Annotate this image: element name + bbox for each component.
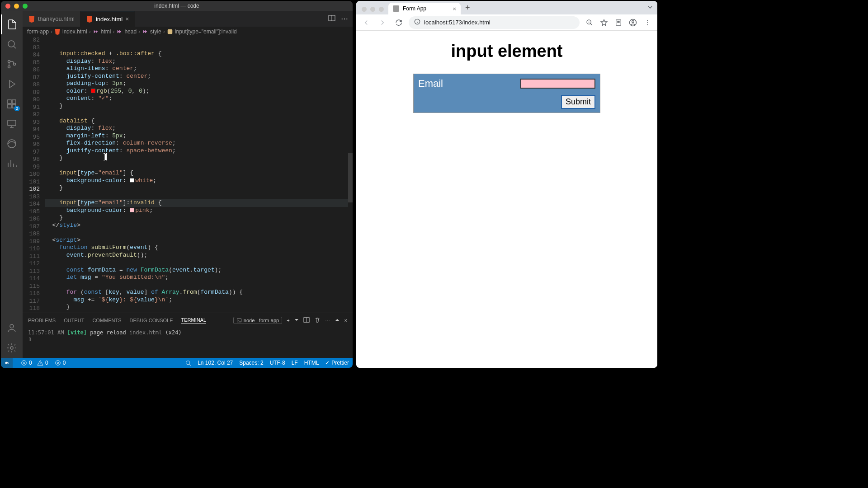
code-content[interactable]: input:checked + .box::after { display: f…: [45, 37, 353, 313]
menu-icon[interactable]: [641, 16, 654, 29]
more-terminal-icon[interactable]: ⋯: [325, 318, 330, 324]
breadcrumbs[interactable]: form-app› index.html› html› head› style›…: [23, 27, 353, 37]
settings-gear-icon[interactable]: [1, 338, 23, 358]
tab-index[interactable]: index.html ×: [80, 11, 135, 27]
new-tab-button[interactable]: +: [461, 3, 475, 13]
terminal-tag: [vite]: [67, 329, 87, 336]
forward-button[interactable]: [376, 16, 389, 29]
panel-tab-terminal[interactable]: TERMINAL: [181, 317, 207, 324]
split-terminal-icon[interactable]: [303, 317, 310, 324]
vscode-window: index.html — code 2 thanky: [1, 1, 353, 368]
new-terminal-icon[interactable]: +: [287, 318, 289, 323]
url-text: localhost:5173/index.html: [424, 19, 491, 26]
minimap[interactable]: [348, 37, 353, 313]
browser-tab[interactable]: Form App ×: [388, 3, 461, 14]
svg-point-9: [8, 140, 16, 148]
terminal-output[interactable]: 11:57:01 AM [vite] page reload index.htm…: [23, 328, 353, 358]
svg-point-11: [10, 347, 13, 349]
more-actions-icon[interactable]: ⋯: [341, 14, 348, 23]
reading-list-icon[interactable]: [612, 16, 625, 29]
cursor-position[interactable]: Ln 102, Col 27: [198, 360, 233, 366]
back-button[interactable]: [360, 16, 373, 29]
svg-point-18: [55, 361, 60, 366]
terminal-task[interactable]: node - form-app: [233, 317, 282, 324]
symbol-icon: [116, 28, 123, 35]
email-label: Email: [418, 78, 443, 89]
remote-button[interactable]: [1, 358, 13, 368]
close-window-button[interactable]: [5, 4, 10, 9]
close-tab-icon[interactable]: ×: [125, 15, 129, 23]
svg-point-0: [8, 41, 14, 47]
tab-thankyou[interactable]: thankyou.html: [23, 11, 80, 27]
split-editor-icon[interactable]: [328, 14, 335, 23]
panel-tab-output[interactable]: OUTPUT: [64, 318, 84, 323]
window-title: index.html — code: [154, 3, 199, 9]
tab-label: index.html: [96, 16, 123, 23]
prettier-status[interactable]: ✓ Prettier: [325, 360, 349, 366]
close-window-button[interactable]: [362, 7, 367, 12]
remote-explorer-icon[interactable]: [1, 114, 23, 134]
code-editor[interactable]: 8283848586878889909192939495969798991001…: [23, 37, 353, 313]
tab-dropdown-icon[interactable]: [643, 4, 657, 14]
minimize-window-button[interactable]: [14, 4, 19, 9]
breadcrumb-item[interactable]: head: [124, 28, 137, 35]
symbol-icon: [93, 28, 99, 35]
svg-point-26: [647, 20, 648, 21]
panel-tab-comments[interactable]: COMMENTS: [92, 318, 121, 323]
breadcrumb-item[interactable]: input[type="email"]:invalid: [175, 28, 237, 35]
profile-icon[interactable]: [627, 16, 639, 29]
site-info-icon[interactable]: [414, 19, 420, 26]
browser-tab-title: Form App: [403, 5, 426, 12]
symbol-icon: [167, 28, 173, 35]
graph-icon[interactable]: [1, 154, 23, 174]
close-panel-icon[interactable]: ×: [344, 318, 347, 323]
kill-terminal-icon[interactable]: [314, 317, 321, 324]
search-icon[interactable]: [1, 34, 23, 54]
maximize-window-button[interactable]: [379, 7, 384, 12]
zoom-icon[interactable]: [583, 16, 596, 29]
terminal-file: index.html: [129, 329, 162, 336]
eol-status[interactable]: LF: [292, 360, 298, 366]
breadcrumb-item[interactable]: style: [150, 28, 161, 35]
form-container: Email Submit: [413, 74, 600, 113]
errors-status[interactable]: 0 0: [21, 360, 48, 366]
maximize-window-button[interactable]: [23, 4, 28, 9]
maximize-panel-icon[interactable]: [335, 317, 340, 324]
indentation-status[interactable]: Spaces: 2: [239, 360, 263, 366]
terminal-dropdown-icon[interactable]: [294, 318, 299, 323]
breadcrumb-item[interactable]: html: [101, 28, 111, 35]
html-file-icon: [54, 28, 61, 35]
svg-point-2: [8, 66, 10, 68]
panel-tab-debug[interactable]: DEBUG CONSOLE: [130, 318, 173, 323]
browser-traffic-lights: [360, 7, 388, 14]
breadcrumb-item[interactable]: index.html: [62, 28, 87, 35]
submit-button[interactable]: Submit: [561, 95, 595, 109]
language-status[interactable]: HTML: [304, 360, 319, 366]
url-bar[interactable]: localhost:5173/index.html: [409, 16, 580, 29]
bottom-panel: PROBLEMS OUTPUT COMMENTS DEBUG CONSOLE T…: [23, 313, 353, 358]
svg-point-20: [186, 361, 190, 364]
symbol-icon: [142, 28, 148, 35]
run-debug-icon[interactable]: [1, 74, 23, 94]
email-input[interactable]: [520, 79, 595, 89]
ports-status[interactable]: 0: [55, 360, 66, 366]
edge-tools-icon[interactable]: [1, 134, 23, 154]
breadcrumb-item[interactable]: form-app: [27, 28, 49, 35]
reload-button[interactable]: [392, 16, 405, 29]
find-status[interactable]: [185, 360, 191, 366]
source-control-icon[interactable]: [1, 54, 23, 74]
extensions-icon[interactable]: 2: [1, 94, 23, 114]
browser-window: Form App × + localhost:5173/index.html: [356, 1, 657, 368]
svg-point-10: [10, 324, 14, 328]
traffic-lights: [1, 4, 28, 9]
minimize-window-button[interactable]: [370, 7, 375, 12]
html-file-icon: [86, 15, 93, 23]
encoding-status[interactable]: UTF-8: [270, 360, 285, 366]
svg-rect-13: [168, 29, 173, 34]
account-icon[interactable]: [1, 318, 23, 338]
bookmark-icon[interactable]: [598, 16, 610, 29]
panel-tab-problems[interactable]: PROBLEMS: [28, 318, 56, 323]
close-tab-icon[interactable]: ×: [453, 5, 456, 12]
browser-tab-strip: Form App × +: [356, 1, 657, 14]
explorer-icon[interactable]: [1, 14, 23, 34]
